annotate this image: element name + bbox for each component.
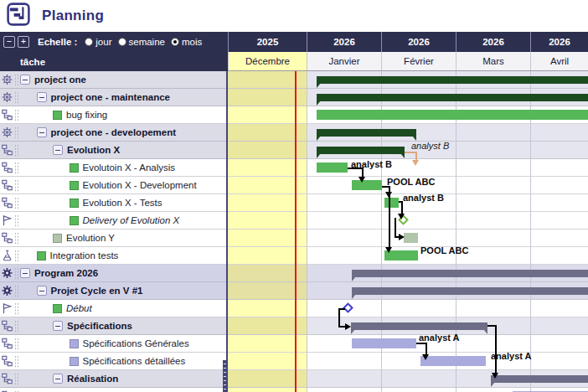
task-color-swatch [37,251,46,260]
grid-line [307,71,307,392]
sitemap-icon [1,179,13,191]
collapse-toggle[interactable] [20,268,30,278]
collapse-toggle[interactable] [37,286,47,296]
task-color-swatch [70,216,79,225]
chart-row [228,124,588,142]
drag-handle[interactable] [14,126,19,139]
year-header: 20252026202620262026 [228,32,588,52]
task-label: bug fixing [66,110,107,120]
gantt-bar[interactable] [420,356,486,366]
chart-row [228,388,588,392]
zoom-out-button[interactable]: − [3,36,15,48]
task-row[interactable]: Spécifications [0,317,226,335]
collapse-toggle[interactable] [37,127,47,137]
scale-radio-mois[interactable] [171,38,179,46]
task-row[interactable] [0,388,226,392]
task-column-header: tâche [0,52,228,71]
collapse-toggle[interactable] [20,75,30,85]
drag-handle[interactable] [14,250,19,262]
task-label: Evolutoin X - Analysis [83,162,176,173]
resource-label: POOL ABC [420,245,468,255]
drag-handle[interactable] [14,320,19,333]
drag-handle[interactable] [14,267,19,280]
task-row[interactable]: Spécifications Générales [0,335,226,353]
task-label: Début [66,303,92,313]
dependency-arrowhead [422,354,429,360]
drag-handle[interactable] [14,232,19,245]
task-row[interactable]: Début [0,300,226,317]
year-header-cell: 2025 [228,32,307,52]
collapse-toggle[interactable] [53,374,63,384]
gantt-bar[interactable] [384,198,399,208]
dependency-line [395,218,396,238]
gear-filled-icon [1,285,13,297]
chart-row [228,317,588,335]
drag-handle[interactable] [14,109,19,121]
task-row[interactable]: Spécifications détaillées [0,353,226,370]
task-row[interactable]: Projet Cycle en V #1 [0,282,226,300]
drag-handle[interactable] [14,197,19,209]
gantt-bar-summary[interactable] [317,129,416,137]
task-row[interactable]: project one [0,71,226,89]
gantt-bar[interactable] [317,162,348,173]
sitemap-icon [1,144,13,156]
gantt-bar-summary[interactable] [352,287,588,295]
task-row[interactable]: Evolutoin X - Analysis [0,159,226,177]
collapse-toggle[interactable] [37,92,47,102]
task-row[interactable]: Evolution X - Tests [0,194,226,212]
dependency-arrowhead [399,234,405,240]
task-row[interactable]: bug fixing [0,106,226,124]
drag-handle[interactable] [14,91,19,104]
gantt-bar[interactable] [352,338,416,348]
gantt-bar-summary[interactable] [352,270,588,277]
drag-handle[interactable] [14,302,19,315]
drag-handle[interactable] [14,373,19,385]
resource-label: analyst A [419,333,460,343]
gantt-bar[interactable] [352,180,382,190]
year-header-cell: 2026 [307,32,381,52]
task-row[interactable]: Program 2026 [0,265,226,282]
today-line [295,71,297,392]
scale-radio-label: semaine [129,37,165,47]
gear-filled-icon [1,267,13,279]
task-label: Spécifications [67,321,132,331]
gantt-bar-summary[interactable] [317,147,405,154]
task-row[interactable]: Delivery of Evolution X [0,212,226,230]
task-row[interactable]: project one - developement [0,124,226,142]
gantt-bar-summary[interactable] [317,94,588,101]
gantt-bar-summary[interactable] [351,322,487,330]
task-row[interactable]: Integration tests [0,247,226,265]
collapse-toggle[interactable] [53,145,63,155]
task-row[interactable]: Evolution X - Development [0,177,226,194]
month-header-cell: Janvier [307,52,381,70]
scale-radio-jour[interactable] [85,38,93,46]
chart-row [228,142,588,159]
task-row[interactable]: Evolution Y [0,230,226,247]
drag-handle[interactable] [14,162,19,174]
task-row[interactable]: Réalisation [0,370,226,388]
task-row[interactable]: Evolution X [0,142,226,159]
scale-radio-semaine[interactable] [118,38,126,46]
zoom-in-button[interactable]: + [18,36,29,48]
gantt-bar-summary[interactable] [317,76,588,84]
drag-handle[interactable] [14,285,19,297]
drag-handle[interactable] [14,144,19,157]
task-label: Réalisation [67,374,118,384]
drag-handle[interactable] [14,179,19,192]
collapse-toggle[interactable] [53,321,63,331]
chart-row [228,247,588,265]
gantt-bar[interactable] [404,233,418,243]
splitter-handle[interactable] [223,360,227,392]
task-color-swatch [70,339,79,348]
month-header-cell: Décembre [228,52,307,70]
drag-handle[interactable] [14,214,19,227]
gantt-bar-summary[interactable] [491,375,588,383]
sitemap-icon [1,109,13,121]
gantt-bar[interactable] [317,110,588,120]
drag-handle[interactable] [14,74,19,86]
drag-handle[interactable] [14,338,19,350]
resource-label: analyst A [491,351,532,361]
task-row[interactable]: project one - maintenance [0,89,226,106]
drag-handle[interactable] [14,355,19,368]
task-color-swatch [53,234,62,243]
